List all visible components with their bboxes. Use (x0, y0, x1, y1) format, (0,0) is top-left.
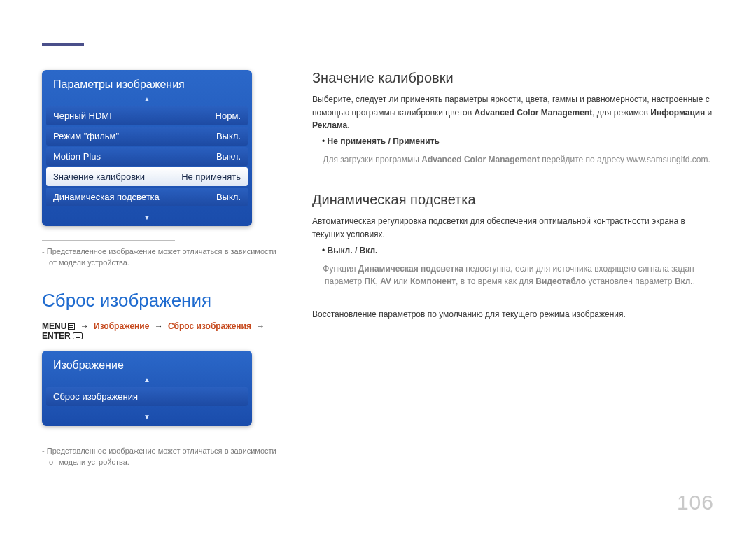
osd-title: Параметры изображения (42, 70, 252, 97)
osd-title: Изображение (42, 351, 252, 377)
osd-row-label: Motion Plus (53, 151, 101, 162)
footnote-2: Представленное изображение может отличат… (42, 446, 280, 468)
scroll-down-icon[interactable]: ▼ (42, 414, 252, 426)
dynamic-backlight-options: Выкл. / Вкл. (322, 246, 714, 255)
breadcrumb-enter: ENTER (42, 331, 71, 341)
osd-row-value: Не применять (181, 171, 241, 182)
osd-picture-options: Параметры изображения ▲ Черный HDMI Норм… (42, 70, 252, 226)
left-column: Параметры изображения ▲ Черный HDMI Норм… (42, 70, 280, 468)
right-column: Значение калибровки Выберите, следует ли… (312, 70, 714, 468)
osd-row-calibration-value[interactable]: Значение калибровки Не применять (46, 167, 248, 186)
breadcrumb-step-2: Сброс изображения (168, 321, 251, 331)
arrow-icon: → (253, 321, 267, 331)
osd-row-value: Выкл. (216, 131, 241, 141)
osd-row-label: Режим "фильм" (53, 131, 119, 141)
reset-picture-desc: Восстановление параметров по умолчанию д… (312, 308, 714, 321)
osd-row-value: Выкл. (216, 151, 241, 162)
enter-icon (73, 332, 83, 339)
osd-row-dynamic-backlight[interactable]: Динамическая подсветка Выкл. (46, 188, 248, 206)
calibration-desc: Выберите, следует ли применять параметры… (312, 93, 714, 132)
heading-calibration-value: Значение калибровки (312, 70, 714, 86)
dynamic-backlight-note: ― Функция Динамическая подсветка недосту… (312, 262, 714, 288)
calibration-options: Не применять / Применить (322, 136, 714, 146)
osd-row-black-hdmi[interactable]: Черный HDMI Норм. (46, 106, 248, 125)
menu-icon (68, 323, 75, 330)
scroll-up-icon[interactable]: ▲ (42, 97, 252, 102)
osd-row-motion-plus[interactable]: Motion Plus Выкл. (46, 147, 248, 166)
scroll-up-icon[interactable]: ▲ (42, 377, 252, 383)
arrow-icon: → (78, 321, 92, 331)
osd-rows: Сброс изображения (42, 383, 252, 414)
footnote-rule (42, 240, 175, 241)
osd-row-value: Выкл. (216, 192, 241, 202)
breadcrumb: MENU → Изображение → Сброс изображения →… (42, 321, 280, 341)
arrow-icon: → (152, 321, 166, 331)
heading-reset-picture: Сброс изображения (42, 290, 280, 311)
scroll-down-icon[interactable]: ▼ (42, 215, 252, 226)
osd-row-label: Сброс изображения (53, 391, 138, 402)
osd-row-film-mode[interactable]: Режим "фильм" Выкл. (46, 127, 248, 146)
page: Параметры изображения ▲ Черный HDMI Норм… (0, 0, 756, 534)
osd-row-value: Норм. (216, 111, 241, 121)
page-number: 106 (677, 491, 714, 514)
footnote-1: Представленное изображение может отличат… (42, 246, 280, 269)
osd-row-label: Черный HDMI (53, 111, 112, 121)
breadcrumb-step-1: Изображение (94, 321, 149, 331)
osd-row-reset-picture[interactable]: Сброс изображения (46, 387, 248, 406)
calibration-download-note: ― Для загрузки программы Advanced Color … (312, 153, 714, 167)
osd-rows: Черный HDMI Норм. Режим "фильм" Выкл. Mo… (42, 102, 252, 215)
heading-dynamic-backlight: Динамическая подсветка (312, 192, 714, 208)
dynamic-backlight-desc: Автоматическая регулировка подсветки для… (312, 215, 714, 241)
top-rule (42, 45, 714, 45)
osd-row-label: Динамическая подсветка (53, 192, 160, 202)
osd-picture: Изображение ▲ Сброс изображения ▼ (42, 351, 252, 426)
top-rule-accent (42, 43, 84, 46)
breadcrumb-menu: MENU (42, 321, 66, 331)
footnote-rule (42, 440, 175, 440)
osd-row-label: Значение калибровки (53, 171, 145, 182)
